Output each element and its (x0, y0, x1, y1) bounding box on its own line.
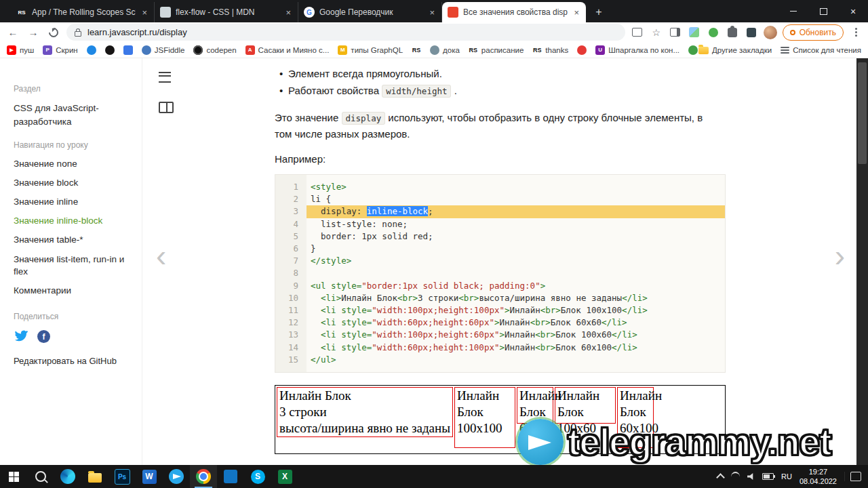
minimize-button[interactable] (778, 0, 808, 22)
previous-lesson-button[interactable]: ‹ (156, 240, 166, 271)
keyboard-language[interactable]: RU (781, 472, 792, 481)
taskbar-icon-photoshop[interactable]: Ps (108, 465, 136, 488)
table-of-contents-button[interactable] (159, 102, 174, 113)
code-segment: <li (321, 342, 336, 352)
code-segment: "width:100px;height:60px" (372, 329, 499, 340)
close-window-button[interactable]: × (838, 0, 868, 22)
browser-tab[interactable]: RSApp / The Rolling Scopes School× (11, 2, 155, 22)
taskbar-icon-word[interactable]: W (136, 465, 163, 488)
scrollbar-thumb[interactable] (858, 62, 867, 164)
bookmark-item[interactable]: дока (430, 45, 460, 55)
bookmark-item[interactable]: Mтипы GraphQL (338, 45, 403, 55)
code-segment (311, 342, 321, 352)
bookmark-item[interactable]: ▶пуш (7, 45, 34, 55)
sidebar-toggle-button[interactable] (159, 72, 171, 83)
share-icon (632, 28, 642, 37)
extension-dark-button[interactable] (745, 26, 758, 39)
bookmark-item[interactable]: UШпаргалка по кон... (595, 45, 679, 55)
sidebar-item[interactable]: Значение inline (14, 196, 130, 208)
inline-code: display (342, 112, 386, 125)
taskbar-icon-telegram[interactable] (163, 465, 190, 488)
bookmark-item[interactable]: RSthanks (532, 45, 568, 55)
page-scrollbar[interactable] (856, 58, 868, 465)
code-text: li { (307, 193, 725, 205)
code-segment: <br> (397, 293, 418, 303)
taskbar-icon-vscode[interactable] (217, 465, 244, 488)
bookmark-item[interactable] (123, 45, 133, 55)
demo-text-line: Инлайн (519, 388, 551, 404)
bookmark-item[interactable]: RSрасписание (469, 45, 524, 55)
tab-close-icon[interactable]: × (140, 7, 149, 18)
bookmark-item[interactable] (87, 45, 96, 55)
profile-avatar[interactable] (764, 26, 777, 39)
code-block[interactable]: 1<style>2li {3 display: inline-block;4 l… (275, 174, 726, 373)
wifi-icon[interactable] (731, 472, 740, 482)
bookmark-item[interactable]: RS (412, 45, 421, 55)
code-segment: <br> (535, 329, 555, 340)
sidebar-item[interactable]: Значения table-* (14, 234, 130, 246)
sidebar-item[interactable]: Значение block (14, 177, 130, 189)
next-lesson-button[interactable]: › (835, 240, 845, 271)
taskbar-clock[interactable]: 19:27 08.04.2022 (800, 467, 837, 487)
new-tab-button[interactable]: + (590, 3, 608, 21)
edit-on-github-link[interactable]: Редактировать на GitHub (14, 356, 142, 366)
extensions-button[interactable] (726, 26, 739, 39)
action-center-button[interactable] (844, 472, 867, 481)
battery-icon[interactable] (762, 473, 774, 480)
bookmark-item[interactable]: Другие закладки (698, 45, 772, 54)
image-extension-icon (689, 27, 699, 37)
tray-expand-icon[interactable] (716, 473, 725, 482)
share-button[interactable] (631, 26, 644, 39)
reload-button[interactable] (46, 25, 61, 40)
address-bar[interactable]: learn.javascript.ru/display (66, 24, 625, 41)
update-browser-button[interactable]: Обновить (783, 24, 844, 41)
taskbar-icon-explorer[interactable] (81, 465, 108, 488)
browser-menu-button[interactable] (849, 26, 863, 39)
code-text: } (307, 243, 725, 255)
bookmark-item[interactable]: JSFiddle (142, 45, 185, 55)
code-line: 9<ul style="border:1px solid black; padd… (275, 280, 725, 292)
taskbar-icon-skype[interactable]: S (244, 465, 271, 488)
taskbar-icon-edge[interactable] (54, 465, 81, 488)
code-segment: > (499, 342, 505, 352)
bookmark-item[interactable]: АСасаки и Мияно с... (245, 45, 330, 55)
line-number: 13 (275, 329, 307, 341)
extension-green-button[interactable] (707, 26, 720, 39)
facebook-share-button[interactable] (37, 330, 50, 343)
bookmark-label: Список для чтения (793, 46, 861, 54)
extension-image-button[interactable] (688, 26, 701, 39)
sidebar-item[interactable]: Значение inline-block (14, 215, 130, 227)
volume-icon[interactable] (747, 473, 755, 480)
demo-text-line: высота/ширина явно не заданы (279, 420, 450, 436)
bookmark-item[interactable] (688, 45, 698, 55)
taskbar-icon-chrome[interactable] (190, 465, 217, 488)
bookmark-item[interactable] (105, 45, 115, 55)
sidebar-item[interactable]: Комментарии (14, 285, 130, 297)
browser-tab[interactable]: Все значения свойства display× (442, 2, 586, 22)
bookmark-button[interactable]: ☆ (650, 26, 663, 39)
taskbar-icon-search[interactable] (27, 465, 54, 488)
text-run: Элемент всегда прямоугольный. (288, 68, 442, 79)
sidebar-item[interactable]: Значения list-item, run-in и flex (14, 253, 130, 278)
tab-close-icon[interactable]: × (428, 7, 436, 18)
browser-tab[interactable]: flex-flow - CSS | MDN× (155, 2, 298, 22)
text-run: Работают свойства (288, 85, 382, 96)
sidebar-item-section-link[interactable]: CSS для JavaScript-разработчика (14, 102, 122, 129)
side-panel-button[interactable] (669, 26, 682, 39)
forward-button[interactable]: → (26, 25, 41, 40)
sidebar-item[interactable]: Значение none (14, 158, 130, 170)
tab-close-icon[interactable]: × (572, 7, 580, 18)
taskbar-icon-start[interactable] (0, 465, 27, 488)
twitter-share-button[interactable] (14, 329, 28, 344)
bookmark-item[interactable]: Список для чтения (781, 46, 861, 54)
tray-date: 08.04.2022 (800, 476, 837, 486)
taskbar-icon-excel[interactable]: X (271, 465, 298, 488)
browser-tab[interactable]: GGoogle Переводчик× (298, 2, 442, 22)
back-button[interactable]: ← (5, 25, 20, 40)
code-text: border: 1px solid red; (307, 230, 725, 243)
bookmark-item[interactable]: PСкрин (43, 45, 78, 55)
tab-close-icon[interactable]: × (284, 7, 292, 18)
bookmark-item[interactable] (577, 45, 587, 55)
bookmark-item[interactable]: codepen (193, 45, 236, 55)
maximize-button[interactable] (808, 0, 838, 22)
